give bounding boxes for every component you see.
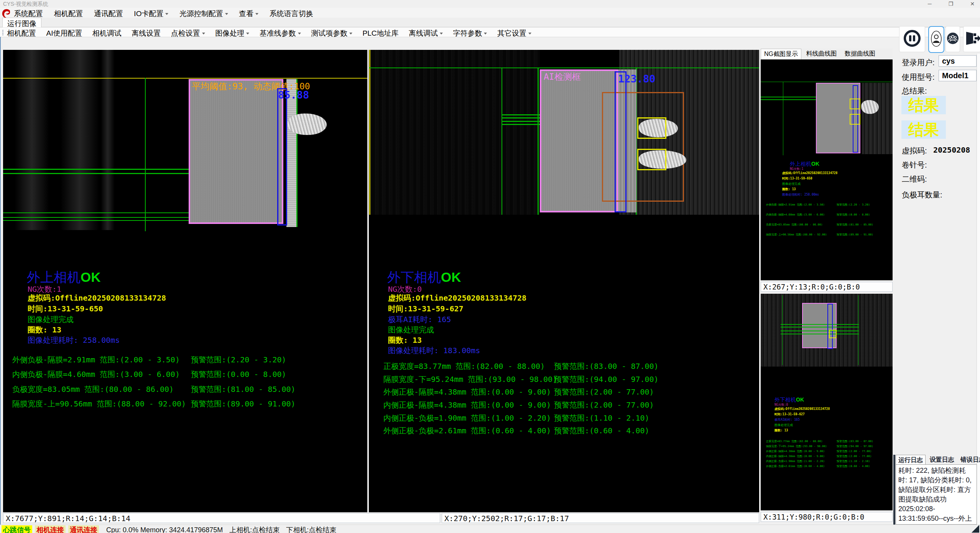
user-icon <box>931 30 942 49</box>
resize-grip-icon[interactable] <box>972 525 979 533</box>
coil-count-line: 圈数: 13 <box>782 187 796 192</box>
ai-time-line: 极耳AI耗时: 165 <box>388 314 451 325</box>
camera-top-view[interactable]: 平均阈值:93, 动态阈值:100 85.88 外上相机OK NG次数:1 虚拟… <box>3 50 367 512</box>
virtual-code-line: 虚拟码:Offline20250208133134728 <box>28 293 166 303</box>
machine-texture <box>369 50 540 215</box>
titlebar: CYS-视觉检测系统 ─ ❐ ✕ <box>0 0 980 8</box>
measurement-row: 正极宽度=83.77mm 范围:(82.00 - 88.00)预警范围:(83.… <box>766 439 893 443</box>
login-user-label: 登录用户: <box>902 58 935 68</box>
elapsed-line: 图像处理耗时: 258.00ms <box>782 192 819 197</box>
tool-char-params[interactable]: 字符参数 <box>453 28 487 38</box>
measurement-row: 隔膜宽度-下=95.24mm 范围:(93.00 - 98.00)预警范围:(9… <box>383 374 748 385</box>
tab-detect-box <box>829 330 837 338</box>
result-box-top: 结果 <box>901 96 946 114</box>
measure-line <box>781 324 859 325</box>
user-button[interactable] <box>928 26 944 53</box>
tab-settings-log[interactable]: 设置日志 <box>927 455 956 466</box>
menubar: 系统配置 相机配置 通讯配置 IO卡配置 光源控制配置 查看 系统语言切换 <box>0 8 980 18</box>
heartbeat-status-badge: 心跳信号 <box>2 525 32 533</box>
reference-line-yellow <box>3 78 367 79</box>
chevron-down-icon <box>484 33 487 35</box>
close-icon[interactable]: ✕ <box>970 0 975 7</box>
reference-line-green <box>145 78 146 231</box>
thumb-tab-strip: NG截图显示 料线曲线图 数据曲线图 <box>761 49 893 59</box>
process-done-line: 图像处理完成 <box>28 314 74 325</box>
ng-thumbnail-bottom[interactable]: 外下相机OK NG次数:0 虚拟码:Offline202502081331347… <box>761 294 893 510</box>
tool-camera-debug[interactable]: 相机调试 <box>92 28 122 38</box>
model-input[interactable]: Model1 <box>939 70 977 81</box>
chevron-down-icon <box>349 33 352 35</box>
width-measure-box <box>827 304 833 349</box>
toolbar-grip[interactable] <box>2 29 3 35</box>
reference-line-green <box>783 82 783 155</box>
tab-line-curve[interactable]: 料线曲线图 <box>803 49 840 59</box>
measurement-row: 外侧负极-隔膜=2.91mm 范围:(2.00 - 3.50)预警范围:(2.2… <box>12 355 357 365</box>
reference-line-green <box>858 295 858 365</box>
tab-detect-box <box>637 117 666 139</box>
tool-baseline-params[interactable]: 基准线参数 <box>260 28 301 38</box>
log-splitter[interactable] <box>893 455 895 525</box>
measure-line <box>3 169 189 170</box>
tab-detect-box <box>637 149 666 170</box>
measurement-row: 内侧正极-隔膜=4.38mm 范围:(0.00 - 9.00)预警范围:(2.0… <box>383 400 748 410</box>
tool-test-item-params[interactable]: 测试项参数 <box>311 28 352 38</box>
image-streak <box>61 50 99 230</box>
tool-offline-debug[interactable]: 离线调试 <box>409 28 443 38</box>
tool-ai-usage-config[interactable]: AI使用配置 <box>46 28 82 38</box>
tab-data-curve[interactable]: 数据曲线图 <box>842 49 878 59</box>
measure-line <box>3 212 189 213</box>
time-line: 时间:13-31-59-650 <box>782 176 812 181</box>
minimize-icon[interactable]: ─ <box>928 0 932 7</box>
camera-connect-badge: 相机连接 <box>35 525 66 533</box>
measurement-row: 内侧负极-隔膜=4.60mm 范围:(3.00 - 6.00)预警范围:(0.0… <box>12 369 357 380</box>
chevron-down-icon <box>440 33 443 35</box>
tool-spot-check-settings[interactable]: 点检设置 <box>171 28 205 38</box>
measurement-row: 外侧正极-负极=2.61mm 范围:(0.60 - 4.00)预警范围:(0.6… <box>766 464 893 468</box>
tool-offline-settings[interactable]: 离线设置 <box>132 28 161 38</box>
tool-other-settings[interactable]: 其它设置 <box>497 28 531 38</box>
model-label: 使用型号: <box>902 72 935 82</box>
reference-line-yellow <box>369 50 370 215</box>
result-box-bottom: 结果 <box>901 120 946 139</box>
qr-code-label: 二维码: <box>902 174 927 184</box>
measurement-row: 外侧负极-隔膜=2.91mm 范围:(2.00 - 3.50)预警范围:(2.2… <box>766 203 893 207</box>
virtual-code-value: 20250208 <box>933 145 970 155</box>
coil-count-line: 圈数: 13 <box>388 335 422 345</box>
log-content[interactable]: 耗时: 222, 缺陷检测耗时: 17, 缺陷分类耗时: 0, 缺陷提取分区耗时… <box>896 464 977 525</box>
time-line: 时间:13-31-59-627 <box>774 412 805 417</box>
maximize-icon[interactable]: ❐ <box>949 0 954 7</box>
tab-error-log[interactable]: 错误日志 <box>958 455 980 466</box>
pause-button[interactable] <box>899 26 925 52</box>
image-streak <box>101 50 115 230</box>
process-done-line: 图像处理完成 <box>388 325 434 335</box>
reference-line-green <box>782 295 783 365</box>
measurement-row: 隔膜宽度-下=95.24mm 范围:(93.00 - 98.00)预警范围:(9… <box>766 444 893 448</box>
ai-detect-box <box>189 79 283 224</box>
chevron-down-icon <box>225 13 228 15</box>
logout-button[interactable] <box>963 26 980 52</box>
process-done-line: 图像处理完成 <box>774 423 793 428</box>
tab-detect-box <box>850 114 860 125</box>
tab-ng-capture[interactable]: NG截图显示 <box>761 49 801 60</box>
width-measure-box <box>615 71 626 212</box>
measure-line <box>781 334 859 334</box>
tool-image-processing[interactable]: 图像处理 <box>215 28 249 38</box>
reference-line-green <box>502 67 502 215</box>
login-user-input[interactable]: cys <box>939 55 977 67</box>
time-line: 时间:13-31-59-627 <box>388 304 464 314</box>
electrode-tab <box>861 100 879 114</box>
ng-thumbnail-top[interactable]: 外上相机OK NG次数:1 虚拟码:Offline202502081331347… <box>761 59 893 280</box>
neg-tab-count-label: 负极耳数量: <box>902 190 942 200</box>
camera-top-coords: X:7677;Y:891;R:14;G:14;B:14 <box>3 513 440 523</box>
camera-result-title: 外下相机OK <box>387 268 461 286</box>
coil-count-line: 圈数: 13 <box>774 428 788 433</box>
tool-camera-config[interactable]: 相机配置 <box>7 28 36 38</box>
reference-line-green <box>369 67 759 68</box>
camera-bottom-view[interactable]: AI检测框 123.80 外下相机OK NG次数:0 虚拟码:Offline20… <box>369 50 759 512</box>
thumb1-coords: X:267;Y:13;R:0;G:0;B:0 <box>761 282 893 292</box>
user-group-button[interactable] <box>945 26 960 52</box>
tool-plc-address-lib[interactable]: PLC地址库 <box>363 28 399 38</box>
ai-box-label: AI检测框 <box>544 71 581 83</box>
panel-scrollbar[interactable] <box>977 54 980 525</box>
time-line: 时间:13-31-59-650 <box>28 304 103 314</box>
